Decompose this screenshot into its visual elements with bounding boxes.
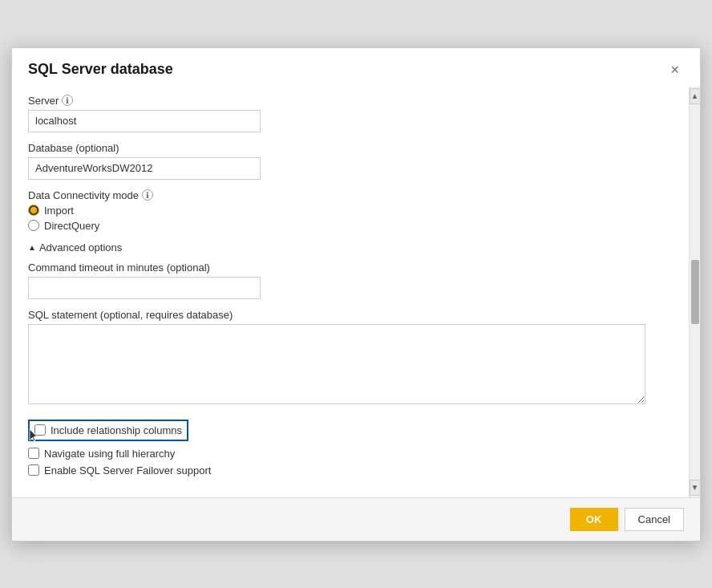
connectivity-info-icon[interactable]: ℹ xyxy=(142,189,153,201)
database-input[interactable] xyxy=(28,157,261,180)
scrollbar-up-button[interactable]: ▲ xyxy=(690,88,701,104)
command-timeout-label: Command timeout in minutes (optional) xyxy=(28,262,673,274)
server-label: Server ℹ xyxy=(28,95,673,107)
dialog-footer: OK Cancel xyxy=(12,497,700,541)
command-timeout-group: Command timeout in minutes (optional) xyxy=(28,262,673,299)
include-relationship-label[interactable]: Include relationship columns xyxy=(51,424,182,436)
navigate-hierarchy-checkbox[interactable] xyxy=(28,448,39,459)
dialog-content: Server ℹ Database (optional) Data Connec… xyxy=(12,87,689,497)
dialog-body: Server ℹ Database (optional) Data Connec… xyxy=(12,87,700,497)
dialog-container: SQL Server database × Server ℹ Database … xyxy=(11,47,701,541)
scrollbar-down-button[interactable]: ▼ xyxy=(690,480,701,496)
failover-label[interactable]: Enable SQL Server Failover support xyxy=(44,464,211,476)
server-info-icon[interactable]: ℹ xyxy=(62,95,73,106)
cursor-hint xyxy=(34,424,46,436)
include-relationship-checkbox[interactable] xyxy=(34,424,46,436)
directquery-radio[interactable] xyxy=(28,220,39,231)
sql-statement-group: SQL statement (optional, requires databa… xyxy=(28,309,673,407)
navigate-hierarchy-label[interactable]: Navigate using full hierarchy xyxy=(44,448,175,460)
server-group: Server ℹ xyxy=(28,95,673,132)
connectivity-label: Data Connectivity mode ℹ xyxy=(28,189,673,201)
dialog-titlebar: SQL Server database × xyxy=(12,48,700,87)
connectivity-radio-group: Import DirectQuery xyxy=(28,205,673,232)
server-input[interactable] xyxy=(28,110,261,132)
scrollbar: ▲ ▼ xyxy=(689,87,700,497)
advanced-options-toggle[interactable]: ▲ Advanced options xyxy=(28,241,673,253)
collapse-arrow-icon: ▲ xyxy=(28,243,36,252)
database-label: Database (optional) xyxy=(28,142,673,154)
failover-item: Enable SQL Server Failover support xyxy=(28,464,673,476)
dialog-title: SQL Server database xyxy=(28,61,173,78)
cancel-button[interactable]: Cancel xyxy=(625,508,684,531)
connectivity-group: Data Connectivity mode ℹ Import DirectQu… xyxy=(28,189,673,232)
import-radio[interactable] xyxy=(28,205,39,216)
directquery-label[interactable]: DirectQuery xyxy=(44,220,99,232)
sql-statement-label: SQL statement (optional, requires databa… xyxy=(28,309,673,321)
navigate-hierarchy-item: Navigate using full hierarchy xyxy=(28,448,673,460)
close-button[interactable]: × xyxy=(665,61,684,79)
include-relationship-item: Include relationship columns xyxy=(28,420,188,441)
import-label[interactable]: Import xyxy=(44,205,74,217)
sql-statement-input[interactable] xyxy=(28,324,645,404)
scrollbar-thumb[interactable] xyxy=(691,260,699,324)
directquery-radio-item: DirectQuery xyxy=(28,220,673,232)
failover-checkbox[interactable] xyxy=(28,464,39,476)
ok-button[interactable]: OK xyxy=(570,508,618,531)
command-timeout-input[interactable] xyxy=(28,277,261,299)
import-radio-item: Import xyxy=(28,205,673,217)
database-group: Database (optional) xyxy=(28,142,673,180)
